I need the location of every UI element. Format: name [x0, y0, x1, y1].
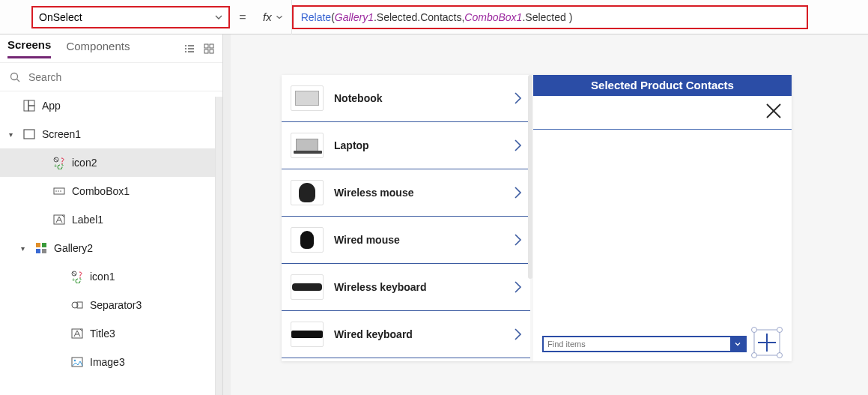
svg-point-4 [11, 73, 18, 79]
svg-point-37 [752, 328, 757, 333]
gallery-item[interactable]: Wireless mouse [282, 169, 530, 217]
svg-point-40 [777, 353, 783, 358]
image-icon [70, 355, 84, 369]
svg-rect-20 [42, 243, 46, 247]
tree-item-label: Gallery2 [54, 242, 93, 254]
gallery-item[interactable]: Wired keyboard [282, 311, 530, 358]
screen-icon [22, 127, 36, 141]
svg-point-39 [752, 353, 757, 358]
tree-list: App▾Screen1+icon2ComboBox1Label1▾Gallery… [0, 91, 222, 395]
separator [533, 129, 792, 130]
combobox-input[interactable] [544, 340, 730, 349]
gallery-item[interactable]: Wired mouse [282, 217, 530, 264]
tree-item-label: Screen1 [42, 128, 81, 140]
formula-token-plain: .Selected ) [522, 11, 572, 23]
chevron-right-icon[interactable] [512, 90, 523, 106]
tree-search-row [0, 63, 222, 91]
add-icon-selected[interactable] [751, 327, 783, 358]
search-icon [9, 71, 21, 83]
tab-components[interactable]: Components [66, 40, 130, 58]
svg-point-16 [58, 190, 59, 192]
svg-point-15 [55, 190, 57, 192]
product-thumbnail [291, 85, 324, 111]
chevron-down-icon [213, 12, 224, 22]
product-title: Notebook [334, 92, 383, 104]
chevron-right-icon[interactable] [512, 279, 523, 295]
tree-scrollbar[interactable] [215, 97, 222, 395]
tree-item-label: ComboBox1 [72, 185, 130, 197]
product-title: Wireless keyboard [334, 281, 427, 293]
tree-item-image3[interactable]: Image3 [0, 348, 222, 376]
svg-rect-7 [28, 100, 34, 106]
combo-icon [52, 184, 66, 198]
label-icon [70, 327, 84, 340]
formula-token-ident: ComboBox1 [464, 11, 522, 23]
formula-token-func: Relate [301, 11, 331, 23]
svg-line-24 [73, 272, 76, 275]
svg-text:+: + [54, 163, 57, 169]
tab-screens[interactable]: Screens [7, 38, 51, 58]
app-preview: NotebookLaptopWireless mouseWired mouseW… [282, 75, 792, 361]
product-gallery[interactable]: NotebookLaptopWireless mouseWired mouseW… [282, 75, 530, 361]
tree-item-screen1[interactable]: ▾Screen1 [0, 120, 222, 148]
tree-item-label: icon1 [90, 271, 115, 283]
svg-rect-2 [204, 49, 208, 53]
grid-view-icon[interactable] [203, 43, 215, 55]
gallery-item[interactable]: Notebook [282, 75, 530, 122]
formula-token-ident: Gallery1 [335, 11, 374, 23]
tree-item-label: Label1 [72, 214, 103, 226]
tree-item-title3[interactable]: Title3 [0, 319, 222, 348]
tree-item-label: Image3 [90, 356, 125, 368]
canvas-scrollbar[interactable] [223, 34, 231, 395]
svg-rect-21 [36, 249, 40, 253]
svg-rect-8 [28, 106, 34, 111]
list-view-icon[interactable] [183, 43, 195, 55]
icon-ctl-icon: + [52, 156, 66, 169]
fx-button[interactable]: fx [255, 0, 292, 34]
close-icon[interactable] [763, 100, 784, 121]
svg-rect-1 [210, 44, 213, 48]
svg-rect-3 [210, 49, 213, 53]
tree-item-app[interactable]: App [0, 91, 222, 120]
tree-item-label: App [42, 100, 61, 112]
svg-rect-9 [24, 130, 34, 139]
tree-tabs: Screens Components [0, 34, 222, 63]
contacts-header: Selected Product Contacts [533, 75, 792, 96]
property-selector[interactable]: OnSelect [31, 6, 230, 28]
tree-search-input[interactable] [28, 71, 213, 83]
tree-item-combobox1[interactable]: ComboBox1 [0, 177, 222, 205]
tree-item-icon1[interactable]: +icon1 [0, 262, 222, 291]
caret-icon[interactable]: ▾ [21, 244, 28, 253]
svg-rect-19 [36, 243, 40, 247]
svg-line-11 [55, 158, 58, 161]
chevron-right-icon[interactable] [512, 184, 523, 201]
svg-rect-14 [54, 188, 64, 194]
gallery-item[interactable]: Laptop [282, 122, 530, 169]
gallery-icon [34, 241, 48, 255]
contacts-panel: Selected Product Contacts [530, 75, 792, 361]
chevron-right-icon[interactable] [512, 232, 523, 248]
tree-item-icon2[interactable]: +icon2 [0, 148, 222, 177]
tree-item-gallery2[interactable]: ▾Gallery2 [0, 234, 222, 262]
svg-rect-22 [42, 249, 46, 253]
product-title: Wired keyboard [334, 328, 413, 340]
gallery-item[interactable]: Wireless keyboard [282, 264, 530, 311]
chevron-down-icon [275, 13, 284, 22]
svg-rect-6 [24, 100, 28, 111]
combobox[interactable] [542, 336, 747, 352]
chevron-right-icon[interactable] [512, 326, 523, 343]
product-thumbnail [291, 274, 324, 300]
formula-bar: OnSelect = fx Relate( Gallery1.Selected.… [0, 0, 868, 34]
sep-icon [70, 298, 84, 312]
svg-point-17 [60, 190, 61, 192]
chevron-down-icon[interactable] [730, 337, 745, 351]
formula-input[interactable]: Relate( Gallery1.Selected.Contacts, Comb… [292, 5, 808, 29]
tree-item-label1[interactable]: Label1 [0, 205, 222, 234]
icon-ctl-icon: + [70, 270, 84, 283]
product-title: Wired mouse [334, 234, 400, 246]
tree-item-separator3[interactable]: Separator3 [0, 291, 222, 319]
chevron-right-icon[interactable] [512, 137, 523, 154]
tree-item-label: Separator3 [90, 299, 142, 311]
svg-rect-0 [204, 44, 208, 48]
caret-icon[interactable]: ▾ [9, 130, 16, 139]
